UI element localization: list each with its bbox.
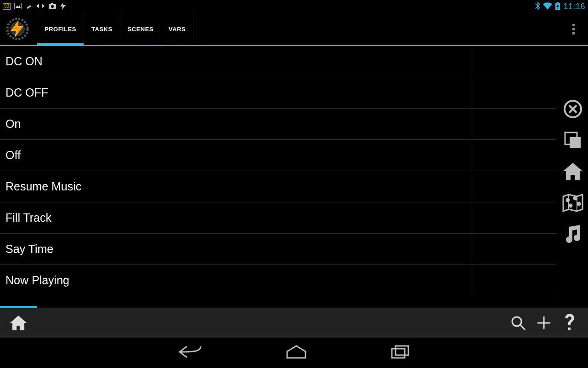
task-row[interactable]: DC ON (0, 46, 556, 77)
task-row[interactable]: Resume Music (0, 171, 556, 202)
gallery-icon (14, 3, 22, 11)
svg-marker-2 (26, 5, 32, 9)
add-button[interactable] (531, 310, 557, 336)
svg-marker-4 (42, 4, 45, 8)
home-button[interactable] (6, 310, 31, 336)
help-button[interactable] (557, 310, 582, 336)
svg-point-22 (574, 197, 577, 200)
task-row[interactable]: DC OFF (0, 77, 556, 109)
svg-line-27 (520, 325, 525, 330)
task-name: DC OFF (0, 77, 471, 108)
svg-point-24 (569, 204, 572, 207)
svg-point-23 (577, 202, 580, 205)
task-name: Fill Track (0, 202, 471, 233)
music-icon[interactable] (561, 223, 584, 246)
navigation-bar (0, 338, 588, 368)
tab-scenes[interactable]: SCENES (120, 12, 161, 46)
bolt-icon (60, 2, 66, 11)
sync-icon (36, 3, 45, 11)
svg-marker-20 (563, 163, 582, 180)
tab-vars[interactable]: VARS (161, 12, 193, 46)
svg-rect-19 (570, 137, 581, 148)
svg-marker-1 (16, 5, 21, 8)
svg-rect-31 (392, 349, 405, 358)
svg-marker-8 (60, 2, 66, 10)
home-icon[interactable] (561, 160, 584, 183)
task-row[interactable]: Fill Track (0, 202, 556, 234)
task-list[interactable]: DC ON DC OFF On Off Resume Music Fill Tr… (0, 46, 556, 296)
search-button[interactable] (505, 310, 531, 336)
task-row[interactable]: Off (0, 140, 556, 171)
battery-charging-icon (555, 2, 560, 12)
task-name: Resume Music (0, 171, 471, 202)
task-row[interactable]: Say Time (0, 234, 556, 265)
svg-rect-6 (51, 3, 53, 5)
task-name: Now Playing (0, 265, 471, 296)
battery-percentage: 93 (3, 3, 11, 10)
status-right: 11:16 (535, 2, 585, 12)
status-bar: 93 11:16 (0, 0, 588, 13)
clock: 11:16 (563, 2, 585, 12)
camera-icon (48, 3, 57, 11)
task-name: On (0, 109, 471, 139)
copy-icon[interactable] (561, 129, 584, 152)
svg-rect-32 (396, 346, 408, 355)
map-icon[interactable] (561, 191, 584, 214)
svg-point-21 (566, 199, 569, 201)
task-name: Off (0, 140, 471, 171)
task-name: Say Time (0, 234, 471, 264)
app-icon[interactable] (4, 15, 31, 43)
overflow-menu-button[interactable] (562, 18, 584, 40)
bottom-toolbar (0, 308, 588, 338)
side-icons (561, 98, 584, 246)
status-left: 93 (3, 2, 66, 11)
svg-rect-30 (568, 328, 571, 330)
back-nav-button[interactable] (178, 344, 203, 362)
svg-rect-10 (557, 2, 559, 3)
scroll-indicator (0, 306, 37, 308)
tab-profiles[interactable]: PROFILES (37, 12, 84, 46)
task-row[interactable]: On (0, 109, 556, 140)
recent-nav-button[interactable] (390, 344, 410, 362)
svg-marker-3 (36, 4, 39, 8)
tab-bar: PROFILES TASKS SCENES VARS (37, 12, 193, 46)
launch-icon (25, 3, 33, 11)
action-bar: PROFILES TASKS SCENES VARS (0, 13, 588, 46)
svg-point-7 (51, 5, 54, 8)
svg-point-26 (512, 317, 521, 326)
main-content: DC ON DC OFF On Off Resume Music Fill Tr… (0, 46, 588, 308)
task-name: DC ON (0, 46, 471, 77)
close-circle-icon[interactable] (561, 98, 584, 121)
svg-marker-25 (10, 316, 27, 330)
svg-rect-0 (14, 3, 22, 9)
wifi-icon (543, 2, 552, 11)
bluetooth-icon (535, 2, 540, 12)
tab-tasks[interactable]: TASKS (84, 12, 120, 46)
task-row[interactable]: Now Playing (0, 265, 556, 296)
home-nav-button[interactable] (285, 344, 307, 362)
